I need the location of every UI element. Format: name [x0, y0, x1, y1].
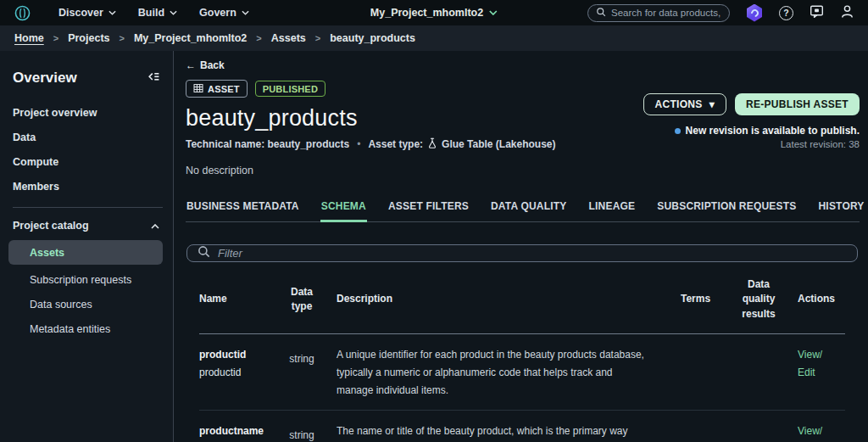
nav-menu-build[interactable]: Build — [138, 7, 177, 19]
cell-quality — [732, 422, 786, 442]
sidebar-header: Overview — [13, 64, 163, 100]
sidebar-title: Overview — [13, 70, 77, 87]
column-header-name: Name — [199, 292, 267, 306]
chevron-down-icon — [242, 10, 249, 15]
view-link[interactable]: View/ — [798, 422, 845, 439]
collapse-panel-icon[interactable] — [147, 70, 161, 87]
cell-data-type: string — [279, 422, 325, 442]
republish-asset-button[interactable]: RE-PUBLISH ASSET — [735, 93, 860, 115]
edit-link[interactable]: Edit — [798, 364, 845, 381]
nav-menu-label: Discover — [58, 7, 103, 19]
chevron-down-icon — [170, 10, 177, 15]
tab-business-metadata[interactable]: BUSINESS METADATA — [186, 193, 300, 221]
column-header-data-type: Data type — [279, 285, 325, 315]
topbar-right: ? — [587, 4, 854, 22]
tab-data-quality[interactable]: DATA QUALITY — [490, 193, 568, 221]
page-title: beauty_products — [186, 105, 556, 131]
asset-header: ASSET PUBLISHED beauty_products Technica… — [186, 80, 860, 176]
global-search[interactable] — [587, 4, 730, 22]
nav-menu-label: Govern — [199, 7, 236, 19]
nav-menu-discover[interactable]: Discover — [58, 7, 116, 19]
project-selector-dropdown[interactable]: My_Project_mhomlto2 — [370, 7, 498, 19]
status-badge: PUBLISHED — [255, 81, 326, 97]
asset-header-left: ASSET PUBLISHED beauty_products Technica… — [186, 80, 556, 176]
column-header-data-quality-results: Data quality results — [732, 277, 786, 322]
global-search-input[interactable] — [611, 8, 721, 18]
sidebar-item-compute[interactable]: Compute — [13, 149, 163, 174]
tab-history[interactable]: HISTORY — [817, 193, 865, 221]
actions-button[interactable]: ACTIONS ▾ — [643, 93, 726, 115]
asset-type-meta: Asset type: Glue Table (Lakehouse) — [368, 137, 555, 151]
breadcrumb-current-asset: beauty_products — [330, 32, 415, 44]
schema-table: Name Data type Description Terms Data qu… — [186, 264, 858, 442]
schema-filter-input[interactable] — [218, 247, 847, 260]
sidebar-item-project-overview[interactable]: Project overview — [13, 100, 163, 125]
back-arrow-icon: ← — [186, 59, 196, 71]
view-edit-link[interactable]: View/ Edit — [798, 346, 845, 400]
meta-separator: • — [357, 138, 360, 150]
asset-badge-label: ASSET — [208, 84, 240, 94]
search-icon — [596, 5, 606, 20]
app-logo-icon[interactable] — [14, 4, 31, 22]
breadcrumb-assets[interactable]: Assets — [271, 32, 306, 44]
view-edit-link[interactable]: View/ Edit — [798, 422, 845, 442]
back-label: Back — [200, 59, 225, 71]
back-link[interactable]: ← Back — [186, 59, 860, 71]
revision-notice-text: New revision is available to publish. — [686, 125, 860, 137]
cell-name: productname productname — [199, 422, 267, 442]
sidebar-item-members[interactable]: Members — [13, 174, 163, 199]
help-glyph: ? — [783, 8, 788, 18]
badge-row: ASSET PUBLISHED — [186, 80, 556, 98]
breadcrumb: Home > Projects > My_Project_mhomlto2 > … — [0, 25, 868, 51]
sidebar-section-project-catalog[interactable]: Project catalog — [13, 213, 163, 238]
amazon-q-swirl — [749, 8, 760, 19]
schema-filter[interactable] — [186, 244, 858, 262]
column-header-description: Description — [337, 292, 669, 306]
caret-down-icon: ▾ — [709, 98, 715, 110]
top-navigation-bar: Discover Build Govern My_Project_mhomlto… — [0, 0, 868, 25]
sidebar-section-label: Project catalog — [13, 220, 89, 232]
breadcrumb-projects[interactable]: Projects — [68, 32, 109, 44]
tab-asset-filters[interactable]: ASSET FILTERS — [387, 193, 470, 221]
cell-terms — [681, 422, 720, 442]
asset-header-right: ACTIONS ▾ RE-PUBLISH ASSET New revision … — [643, 80, 860, 176]
revision-notice: New revision is available to publish. — [643, 125, 860, 137]
cell-data-type: string — [279, 346, 325, 400]
tab-bar: BUSINESS METADATA SCHEMA ASSET FILTERS D… — [186, 193, 860, 222]
sidebar-item-assets[interactable]: Assets — [8, 240, 163, 265]
amazon-q-icon[interactable] — [746, 4, 763, 22]
sidebar-item-data[interactable]: Data — [13, 125, 163, 149]
cell-description: A unique identifier for each product in … — [337, 346, 669, 400]
help-icon[interactable]: ? — [779, 6, 793, 20]
content-row: Overview Project overview Data Compute M… — [0, 51, 868, 442]
sidebar-item-subscription-requests[interactable]: Subscription requests — [13, 267, 163, 292]
breadcrumb-separator: > — [120, 33, 125, 43]
sidebar-item-data-sources[interactable]: Data sources — [13, 292, 163, 316]
app-root: Discover Build Govern My_Project_mhomlto… — [0, 0, 868, 442]
sidebar-item-metadata-entities[interactable]: Metadata entities — [13, 316, 163, 341]
sidebar-divider — [13, 207, 163, 208]
view-link[interactable]: View/ — [798, 346, 845, 363]
table-row: productname productname string The name … — [199, 411, 845, 442]
tab-schema[interactable]: SCHEMA — [320, 193, 367, 222]
asset-meta-row: Technical name: beauty_products • Asset … — [186, 137, 556, 151]
table-grid-icon — [193, 83, 203, 95]
nav-menu-govern[interactable]: Govern — [199, 7, 249, 19]
breadcrumb-home[interactable]: Home — [14, 32, 44, 44]
breadcrumb-separator: > — [315, 33, 320, 43]
main-content: ← Back — [174, 51, 868, 442]
latest-revision: Latest revision: 38 — [643, 139, 860, 149]
field-technical-name: productid — [199, 364, 267, 381]
cell-name: productid productid — [199, 346, 267, 400]
status-badge-label: PUBLISHED — [263, 84, 318, 94]
tab-lineage[interactable]: LINEAGE — [588, 193, 637, 221]
technical-name: Technical name: beauty_products — [186, 138, 349, 150]
breadcrumb-project-name[interactable]: My_Project_mhomlto2 — [134, 32, 247, 44]
user-profile-icon[interactable] — [840, 4, 854, 22]
table-row: productid productid string A unique iden… — [199, 334, 845, 411]
asset-type-label: Asset type: — [368, 138, 423, 150]
tab-subscription-requests[interactable]: SUBSCRIPTION REQUESTS — [656, 193, 797, 221]
topbar-left: Discover Build Govern — [14, 4, 249, 22]
breadcrumb-separator: > — [53, 33, 58, 43]
feedback-icon[interactable] — [810, 4, 824, 21]
